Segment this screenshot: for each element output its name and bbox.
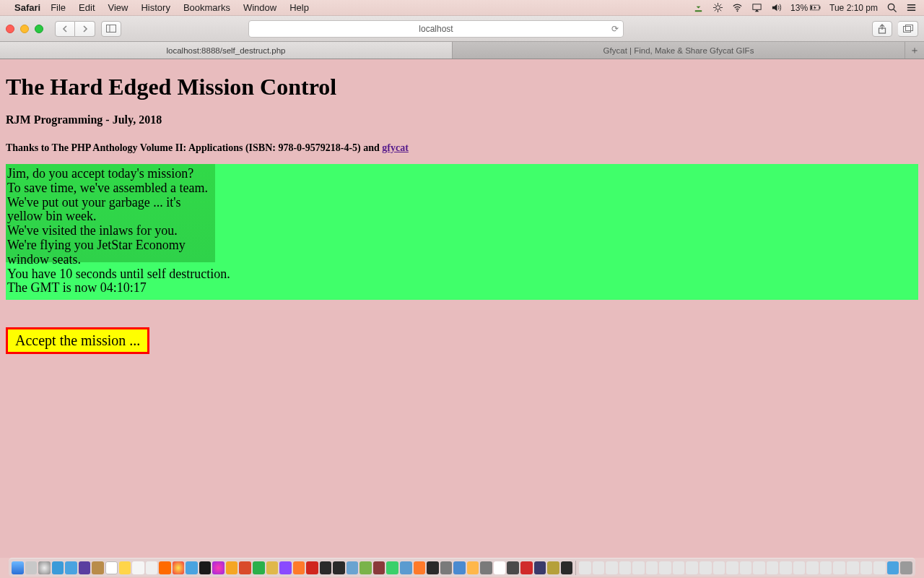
dock-app-icon[interactable] bbox=[226, 561, 238, 574]
dock-app-icon[interactable] bbox=[25, 561, 38, 574]
menu-window[interactable]: Window bbox=[243, 2, 276, 13]
dock-calendar-icon[interactable] bbox=[105, 561, 118, 574]
back-button[interactable] bbox=[55, 21, 75, 37]
dock-app-icon[interactable] bbox=[65, 561, 77, 574]
dock-app-icon[interactable] bbox=[132, 561, 144, 574]
dock-app-icon[interactable] bbox=[159, 561, 171, 574]
dock-window-icon[interactable] bbox=[767, 561, 779, 574]
dock-app-icon[interactable] bbox=[359, 561, 372, 574]
menu-view[interactable]: View bbox=[108, 2, 128, 13]
dock-app-icon[interactable] bbox=[400, 561, 412, 574]
dock-window-icon[interactable] bbox=[593, 561, 605, 574]
status-download-icon[interactable] bbox=[693, 2, 704, 13]
dock-app-icon[interactable] bbox=[534, 561, 546, 574]
dock-window-icon[interactable] bbox=[847, 561, 859, 574]
dock-app-icon[interactable] bbox=[253, 561, 265, 574]
menu-help[interactable]: Help bbox=[289, 2, 309, 13]
dock-trash-icon[interactable] bbox=[900, 561, 912, 574]
sidebar-toggle-button[interactable] bbox=[101, 21, 121, 37]
dock-app-icon[interactable] bbox=[414, 561, 426, 574]
menu-edit[interactable]: Edit bbox=[79, 2, 95, 13]
dock-window-icon[interactable] bbox=[833, 561, 845, 574]
zoom-window-button[interactable] bbox=[35, 25, 43, 33]
minimize-window-button[interactable] bbox=[20, 25, 29, 33]
status-wifi-icon[interactable] bbox=[732, 2, 743, 13]
reload-icon[interactable]: ⟳ bbox=[611, 24, 619, 34]
tabs-overview-button[interactable] bbox=[898, 21, 918, 37]
status-volume-icon[interactable] bbox=[771, 2, 782, 13]
dock-app-icon[interactable] bbox=[373, 561, 385, 574]
dock-app-icon[interactable] bbox=[547, 561, 559, 574]
address-bar[interactable]: localhost ⟳ bbox=[248, 20, 624, 38]
dock-app-icon[interactable] bbox=[467, 561, 479, 574]
new-tab-button[interactable]: ＋ bbox=[905, 42, 924, 59]
dock-app-icon[interactable] bbox=[199, 561, 212, 574]
dock-window-icon[interactable] bbox=[579, 561, 591, 574]
dock-window-icon[interactable] bbox=[753, 561, 765, 574]
dock-app-icon[interactable] bbox=[79, 561, 91, 574]
dock-window-icon[interactable] bbox=[793, 561, 806, 574]
dock-app-icon[interactable] bbox=[561, 561, 573, 574]
dock-mail-icon[interactable] bbox=[52, 561, 64, 574]
dock-window-icon[interactable] bbox=[820, 561, 832, 574]
dock-firefox-icon[interactable] bbox=[293, 561, 305, 574]
dock-app-icon[interactable] bbox=[386, 561, 398, 574]
dock-window-icon[interactable] bbox=[726, 561, 738, 574]
menu-file[interactable]: File bbox=[51, 2, 66, 13]
dock-itunes-icon[interactable] bbox=[212, 561, 225, 574]
dock-window-icon[interactable] bbox=[887, 561, 899, 574]
gfycat-link[interactable]: gfycat bbox=[382, 142, 409, 153]
dock-app-icon[interactable] bbox=[186, 561, 198, 574]
dock-window-icon[interactable] bbox=[606, 561, 618, 574]
dock-app-icon[interactable] bbox=[146, 561, 158, 574]
dock-app-icon[interactable] bbox=[453, 561, 466, 574]
status-battery[interactable]: 13% bbox=[790, 2, 821, 13]
close-window-button[interactable] bbox=[6, 25, 14, 33]
mission-line: window seats. bbox=[7, 253, 917, 267]
accept-mission-button[interactable]: Accept the mission ... bbox=[6, 327, 149, 354]
status-airplay-icon[interactable] bbox=[751, 2, 762, 13]
tab-inactive[interactable]: Gfycat | Find, Make & Share Gfycat GIFs bbox=[453, 42, 905, 59]
dock-window-icon[interactable] bbox=[646, 561, 658, 574]
dock-window-icon[interactable] bbox=[659, 561, 671, 574]
dock-app-icon[interactable] bbox=[520, 561, 533, 574]
dock-app-icon[interactable] bbox=[507, 561, 519, 574]
notification-center-icon[interactable] bbox=[906, 2, 917, 13]
dock-app-icon[interactable] bbox=[494, 561, 506, 574]
dock-filezilla-icon[interactable] bbox=[306, 561, 318, 574]
spotlight-icon[interactable] bbox=[886, 2, 897, 13]
dock-app-icon[interactable] bbox=[440, 561, 453, 574]
dock-app-icon[interactable] bbox=[266, 561, 279, 574]
dock-app-icon[interactable] bbox=[480, 561, 492, 574]
dock-app-icon[interactable] bbox=[279, 561, 292, 574]
dock-app-icon[interactable] bbox=[346, 561, 359, 574]
status-clock[interactable]: Tue 2:10 pm bbox=[829, 3, 878, 13]
dock-window-icon[interactable] bbox=[780, 561, 792, 574]
dock-terminal-icon[interactable] bbox=[333, 561, 345, 574]
status-antivirus-icon[interactable] bbox=[712, 2, 723, 13]
dock-window-icon[interactable] bbox=[806, 561, 819, 574]
dock-window-icon[interactable] bbox=[713, 561, 725, 574]
dock-window-icon[interactable] bbox=[619, 561, 632, 574]
share-button[interactable] bbox=[872, 21, 892, 37]
tab-active[interactable]: localhost:8888/self_destruct.php bbox=[0, 42, 453, 59]
menubar-app-name[interactable]: Safari bbox=[14, 2, 40, 13]
dock-window-icon[interactable] bbox=[673, 561, 685, 574]
dock-finder-icon[interactable] bbox=[12, 561, 24, 574]
menu-bookmarks[interactable]: Bookmarks bbox=[183, 2, 230, 13]
dock-app-icon[interactable] bbox=[239, 561, 251, 574]
menu-history[interactable]: History bbox=[141, 2, 170, 13]
dock-window-icon[interactable] bbox=[699, 561, 712, 574]
dock-window-icon[interactable] bbox=[686, 561, 698, 574]
dock-window-icon[interactable] bbox=[873, 561, 886, 574]
dock-window-icon[interactable] bbox=[740, 561, 752, 574]
dock-app-icon[interactable] bbox=[427, 561, 439, 574]
dock-app-icon[interactable] bbox=[320, 561, 332, 574]
dock-app-icon[interactable] bbox=[119, 561, 131, 574]
dock-app-icon[interactable] bbox=[92, 561, 104, 574]
dock-app-icon[interactable] bbox=[173, 561, 185, 574]
dock-safari-icon[interactable] bbox=[38, 561, 51, 574]
dock-window-icon[interactable] bbox=[632, 561, 645, 574]
forward-button[interactable] bbox=[75, 21, 95, 37]
dock-window-icon[interactable] bbox=[860, 561, 873, 574]
